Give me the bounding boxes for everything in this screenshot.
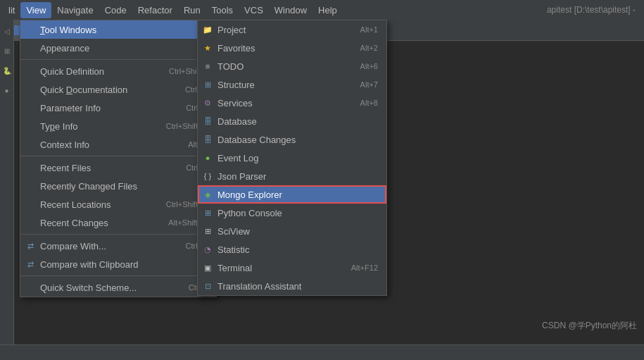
- menu-item-tool-windows[interactable]: Tool Windows ▶: [20, 20, 216, 39]
- mongo-icon: ◈: [202, 189, 213, 200]
- separator-3: [20, 234, 216, 235]
- menu-item-json-parser[interactable]: { } Json Parser: [198, 167, 386, 185]
- separator-4: [20, 275, 216, 276]
- separator-2: [20, 156, 216, 156]
- menubar-item-navigate[interactable]: Navigate: [51, 2, 99, 18]
- menu-item-structure[interactable]: ⊞ Structure Alt+7: [198, 75, 386, 94]
- menu-item-quick-documentation[interactable]: Quick Documentation Ctrl+Q: [20, 80, 216, 99]
- database-icon: 🗄: [202, 116, 213, 127]
- terminal-icon: ▣: [202, 262, 213, 273]
- separator-1: [20, 59, 216, 60]
- todo-icon: ≡: [202, 61, 213, 72]
- menu-item-translation-assistant[interactable]: ⊡ Translation Assistant: [198, 277, 386, 295]
- menu-item-compare-clipboard[interactable]: ⇄ Compare with Clipboard: [20, 255, 216, 273]
- menubar-item-tools[interactable]: Tools: [206, 2, 239, 18]
- menu-item-favorites[interactable]: ★ Favorites Alt+2: [198, 39, 386, 57]
- event-log-icon: ●: [202, 152, 213, 163]
- secondary-menu: 📁 Project Alt+1 ★ Favorites Alt+2 ≡ TODO…: [197, 20, 387, 296]
- menu-item-quick-switch[interactable]: Quick Switch Scheme... Ctrl+`: [20, 278, 216, 297]
- menu-item-terminal[interactable]: ▣ Terminal Alt+F12: [198, 259, 386, 277]
- menu-item-context-info[interactable]: Context Info Alt+Q: [20, 135, 216, 154]
- menu-item-recent-locations[interactable]: Recent Locations Ctrl+Shift+E: [20, 195, 216, 213]
- translation-icon: ⊡: [202, 280, 213, 292]
- menu-item-parameter-info[interactable]: Parameter Info Ctrl+P: [20, 99, 216, 117]
- menu-item-database[interactable]: 🗄 Database: [198, 112, 386, 130]
- sciview-icon: ⊞: [202, 225, 213, 237]
- compare-clipboard-icon: ⇄: [25, 259, 36, 270]
- menu-item-sciview[interactable]: ⊞ SciView: [198, 222, 386, 240]
- menubar-item-help[interactable]: Help: [312, 2, 343, 18]
- menu-item-mongo-explorer[interactable]: ◈ Mongo Explorer: [198, 185, 386, 204]
- menu-item-recently-changed[interactable]: Recently Changed Files: [20, 177, 216, 195]
- menubar-item-run[interactable]: Run: [178, 2, 206, 18]
- window-title: apitest [D:\test\apitest] -: [547, 5, 641, 15]
- structure-icon: ⊞: [202, 79, 213, 90]
- services-icon: ⚙: [202, 97, 213, 108]
- menu-item-python-console[interactable]: ⊞ Python Console: [198, 204, 386, 222]
- menu-item-appearance[interactable]: Appearance ▶: [20, 39, 216, 57]
- database-changes-icon: 🗄: [202, 134, 213, 145]
- menubar-item-refactor[interactable]: Refactor: [132, 2, 178, 18]
- menu-item-event-log[interactable]: ● Event Log: [198, 149, 386, 167]
- menu-item-statistic[interactable]: ◔ Statistic: [198, 240, 386, 259]
- statistic-icon: ◔: [202, 244, 213, 255]
- menu-item-recent-changes[interactable]: Recent Changes Alt+Shift+C: [20, 213, 216, 232]
- menubar: lit View Navigate Code Refactor Run Tool…: [0, 0, 644, 20]
- dropdown-overlay: Tool Windows ▶ Appearance ▶ Quick Defini…: [0, 20, 644, 360]
- compare-icon: ⇄: [25, 240, 36, 252]
- menu-item-project[interactable]: 📁 Project Alt+1: [198, 20, 386, 39]
- menu-item-quick-definition[interactable]: Quick Definition Ctrl+Shift+I: [20, 62, 216, 80]
- menu-item-database-changes[interactable]: 🗄 Database Changes: [198, 130, 386, 149]
- project-icon: 📁: [202, 24, 213, 35]
- menubar-item-code[interactable]: Code: [99, 2, 132, 18]
- favorites-icon: ★: [202, 42, 213, 54]
- menubar-item-vcs[interactable]: VCS: [239, 2, 269, 18]
- menubar-item-view[interactable]: View: [20, 2, 51, 18]
- python-console-icon: ⊞: [202, 207, 213, 218]
- menu-item-compare-with[interactable]: ⇄ Compare With... Ctrl+D: [20, 237, 216, 255]
- json-icon: { }: [202, 170, 213, 182]
- menu-item-recent-files[interactable]: Recent Files Ctrl+E: [20, 159, 216, 177]
- menu-item-todo[interactable]: ≡ TODO Alt+6: [198, 57, 386, 75]
- menubar-item-lit[interactable]: lit: [3, 2, 20, 18]
- primary-menu: Tool Windows ▶ Appearance ▶ Quick Defini…: [20, 20, 217, 297]
- menu-item-services[interactable]: ⚙ Services Alt+8: [198, 94, 386, 112]
- menu-item-type-info[interactable]: Type Info Ctrl+Shift+P: [20, 117, 216, 135]
- menubar-item-window[interactable]: Window: [269, 2, 312, 18]
